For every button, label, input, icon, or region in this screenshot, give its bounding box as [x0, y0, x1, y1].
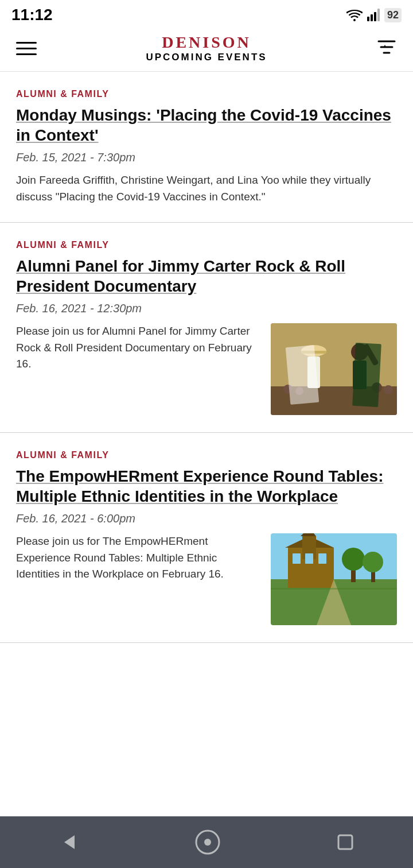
svg-rect-2 [374, 12, 376, 21]
svg-rect-35 [338, 835, 352, 849]
event-category: ALUMNI & FAMILY [16, 89, 397, 99]
event-category: ALUMNI & FAMILY [16, 240, 397, 250]
svg-rect-0 [367, 17, 369, 21]
event-body: Please join us for The EmpowHERment Expe… [16, 533, 397, 625]
app-header: DENISON UPCOMING EVENTS [0, 29, 413, 72]
svg-rect-8 [301, 351, 326, 354]
svg-point-34 [204, 839, 211, 846]
home-button[interactable] [195, 830, 220, 855]
back-icon [57, 831, 80, 854]
svg-point-10 [351, 343, 368, 361]
filter-button[interactable] [374, 34, 399, 62]
status-time: 11:12 [11, 6, 53, 24]
recent-apps-button[interactable] [335, 832, 356, 852]
svg-rect-23 [293, 553, 301, 564]
status-icons: 92 [346, 8, 402, 22]
concert-image-graphic [271, 323, 397, 415]
filter-icon [376, 37, 397, 57]
concert-svg [271, 323, 397, 415]
svg-point-13 [283, 385, 293, 394]
back-button[interactable] [57, 831, 80, 854]
event-description: Please join us for The EmpowHERment Expe… [16, 533, 260, 583]
event-title: Alumni Panel for Jimmy Carter Rock & Rol… [16, 256, 397, 296]
recent-icon [335, 832, 356, 852]
events-list: ALUMNI & FAMILY Monday Musings: 'Placing… [0, 72, 413, 643]
svg-point-15 [372, 382, 382, 393]
event-card[interactable]: ALUMNI & FAMILY The EmpowHERment Experie… [0, 433, 413, 643]
svg-rect-25 [318, 553, 326, 564]
svg-point-30 [363, 552, 383, 572]
bottom-nav [0, 816, 413, 868]
event-category: ALUMNI & FAMILY [16, 450, 397, 460]
event-date: Feb. 15, 2021 - 7:30pm [16, 151, 397, 164]
home-icon [195, 830, 220, 855]
event-body: Join Fareeda Griffith, Christine Weingar… [16, 172, 397, 205]
event-card[interactable]: ALUMNI & FAMILY Alumni Panel for Jimmy C… [0, 223, 413, 433]
event-description: Please join us for Alumni Panel for Jimm… [16, 323, 260, 373]
svg-rect-3 [377, 9, 380, 21]
svg-rect-6 [271, 386, 397, 415]
event-image [271, 323, 397, 415]
battery-level: 92 [384, 8, 402, 22]
svg-point-14 [295, 387, 303, 395]
event-card[interactable]: ALUMNI & FAMILY Monday Musings: 'Placing… [0, 72, 413, 223]
event-title: Monday Musings: 'Placing the Covid-19 Va… [16, 105, 397, 145]
event-date: Feb. 16, 2021 - 12:30pm [16, 302, 397, 315]
svg-rect-9 [307, 356, 320, 388]
svg-point-28 [342, 548, 365, 571]
svg-marker-32 [64, 835, 75, 849]
svg-point-16 [384, 385, 393, 394]
page-title: UPCOMING EVENTS [146, 52, 267, 63]
wifi-icon [346, 9, 363, 21]
signal-icon [367, 9, 380, 21]
svg-rect-1 [371, 14, 373, 21]
svg-rect-24 [305, 553, 313, 564]
svg-marker-4 [384, 45, 386, 47]
event-title: The EmpowHERment Experience Round Tables… [16, 466, 397, 506]
event-date: Feb. 16, 2021 - 6:00pm [16, 512, 397, 525]
header-center: DENISON UPCOMING EVENTS [146, 33, 267, 63]
menu-button[interactable] [14, 40, 39, 57]
denison-logo: DENISON [146, 33, 267, 52]
svg-rect-11 [353, 361, 367, 389]
svg-rect-12 [363, 343, 379, 366]
campus-svg [271, 533, 397, 625]
event-description: Join Fareeda Griffith, Christine Weingar… [16, 172, 397, 205]
status-bar: 11:12 92 [0, 0, 413, 29]
svg-rect-31 [271, 588, 397, 590]
event-image [271, 533, 397, 625]
event-body: Please join us for Alumni Panel for Jimm… [16, 323, 397, 415]
